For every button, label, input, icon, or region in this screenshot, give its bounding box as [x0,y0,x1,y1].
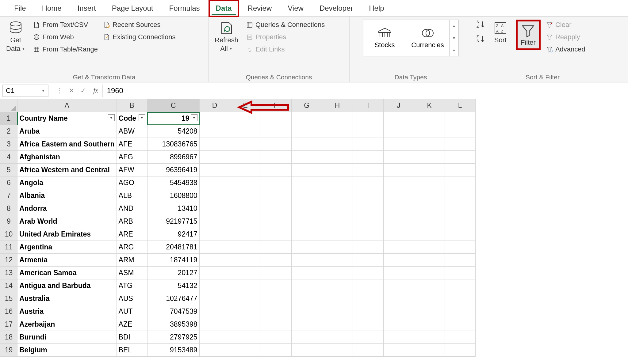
cell-A15[interactable]: Australia [17,292,117,305]
row-header-14[interactable]: 14 [0,279,17,292]
cell-K15[interactable] [414,292,445,305]
cell-K11[interactable] [414,241,445,254]
cell-J6[interactable] [383,176,414,189]
sort-button[interactable]: ZAAZ Sort [491,20,510,45]
cell-J10[interactable] [383,228,414,241]
cell-A18[interactable]: Burundi [17,331,117,344]
cell-C4[interactable]: 8996967 [147,151,199,164]
cell-F16[interactable] [261,305,291,318]
cell-F3[interactable] [261,138,291,151]
cell-I13[interactable] [353,267,383,279]
cell-G7[interactable] [291,189,322,202]
cell-F10[interactable] [261,228,291,241]
cell-L9[interactable] [445,215,475,228]
cell-L2[interactable] [445,125,475,138]
row-header-11[interactable]: 11 [0,241,17,254]
menu-tab-review[interactable]: Review [240,0,280,17]
cell-F18[interactable] [261,331,291,344]
cell-L12[interactable] [445,254,475,267]
cell-J8[interactable] [383,202,414,215]
cell-I19[interactable] [353,344,383,357]
cell-E2[interactable] [230,125,261,138]
cell-D19[interactable] [199,344,230,357]
cell-A6[interactable]: Angola [17,176,117,189]
cell-B17[interactable]: AZE [117,318,147,331]
cell-A5[interactable]: Africa Western and Central [17,164,117,176]
cell-D18[interactable] [199,331,230,344]
cell-B13[interactable]: ASM [117,267,147,279]
cell-K2[interactable] [414,125,445,138]
cell-D6[interactable] [199,176,230,189]
menu-tab-developer[interactable]: Developer [312,0,361,17]
cell-L3[interactable] [445,138,475,151]
cell-I14[interactable] [353,279,383,292]
row-header-16[interactable]: 16 [0,305,17,318]
column-header-F[interactable]: F [261,99,291,112]
cell-L15[interactable] [445,292,475,305]
cell-H8[interactable] [322,202,353,215]
cell-J19[interactable] [383,344,414,357]
column-header-I[interactable]: I [353,99,383,112]
row-header-12[interactable]: 12 [0,254,17,267]
cell-K10[interactable] [414,228,445,241]
cell-K7[interactable] [414,189,445,202]
cell-A12[interactable]: Armenia [17,254,117,267]
cell-H19[interactable] [322,344,353,357]
fx-icon[interactable]: fx [89,85,103,97]
cell-D11[interactable] [199,241,230,254]
cell-A7[interactable]: Albania [17,189,117,202]
cell-D9[interactable] [199,215,230,228]
cell-B2[interactable]: ABW [117,125,147,138]
cell-H14[interactable] [322,279,353,292]
cell-C18[interactable]: 2797925 [147,331,199,344]
cell-C14[interactable]: 54132 [147,279,199,292]
row-header-8[interactable]: 8 [0,202,17,215]
cell-B16[interactable]: AUT [117,305,147,318]
cell-H12[interactable] [322,254,353,267]
cell-F13[interactable] [261,267,291,279]
cell-J15[interactable] [383,292,414,305]
cell-G5[interactable] [291,164,322,176]
existing-connections-button[interactable]: Existing Connections [103,32,175,42]
cell-H9[interactable] [322,215,353,228]
cell-I16[interactable] [353,305,383,318]
cell-H17[interactable] [322,318,353,331]
cell-K4[interactable] [414,151,445,164]
cell-F12[interactable] [261,254,291,267]
cell-D10[interactable] [199,228,230,241]
cell-D12[interactable] [199,254,230,267]
cell-F6[interactable] [261,176,291,189]
from-web-button[interactable]: From Web [33,32,98,42]
cell-J18[interactable] [383,331,414,344]
formula-input[interactable] [103,85,628,97]
cell-D13[interactable] [199,267,230,279]
row-header-13[interactable]: 13 [0,267,17,279]
cell-A13[interactable]: American Samoa [17,267,117,279]
cell-F4[interactable] [261,151,291,164]
cell-H13[interactable] [322,267,353,279]
filter-dropdown-C[interactable]: ▼ [191,114,197,121]
cell-E7[interactable] [230,189,261,202]
cell-I3[interactable] [353,138,383,151]
cell-L5[interactable] [445,164,475,176]
refresh-all-button[interactable]: Refresh All▼ [212,20,241,54]
cell-L19[interactable] [445,344,475,357]
cell-I5[interactable] [353,164,383,176]
cell-I2[interactable] [353,125,383,138]
cell-J12[interactable] [383,254,414,267]
cell-E15[interactable] [230,292,261,305]
cell-F19[interactable] [261,344,291,357]
cell-L6[interactable] [445,176,475,189]
cell-E5[interactable] [230,164,261,176]
cell-J13[interactable] [383,267,414,279]
cell-A9[interactable]: Arab World [17,215,117,228]
cell-I18[interactable] [353,331,383,344]
cell-C19[interactable]: 9153489 [147,344,199,357]
cell-I1[interactable] [353,112,383,125]
cell-L14[interactable] [445,279,475,292]
cell-D7[interactable] [199,189,230,202]
menu-tab-home[interactable]: Home [34,0,70,17]
cell-E18[interactable] [230,331,261,344]
cell-A19[interactable]: Belgium [17,344,117,357]
cell-D15[interactable] [199,292,230,305]
